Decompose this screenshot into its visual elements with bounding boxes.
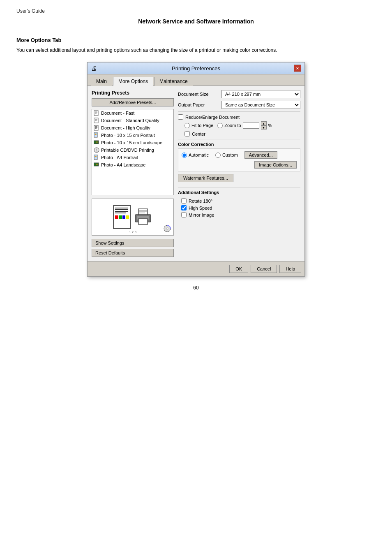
list-item[interactable]: Photo - A4 Portrait xyxy=(92,154,173,161)
list-item[interactable]: Photo - 10 x 15 cm Portrait xyxy=(92,132,173,139)
reduce-enlarge-checkbox[interactable] xyxy=(178,114,183,120)
preview-area: 1 2 3 xyxy=(92,199,174,236)
reset-defaults-button[interactable]: Reset Defaults xyxy=(92,249,174,257)
svg-rect-34 xyxy=(138,219,148,224)
center-label: Center xyxy=(192,132,205,136)
dialog-titlebar: 🖨 Printing Preferences × xyxy=(88,62,304,74)
watermark-button[interactable]: Watermark Features... xyxy=(178,174,233,182)
tab-main[interactable]: Main xyxy=(91,77,112,86)
image-options-row: Image Options... xyxy=(182,161,297,169)
center-row: Center xyxy=(184,131,300,136)
mirror-image-row: Mirror Image xyxy=(181,212,297,217)
list-item[interactable]: Photo - A4 Landscape xyxy=(92,161,173,169)
svg-point-20 xyxy=(96,150,97,151)
divider-3 xyxy=(178,187,300,187)
additional-settings-label: Additional Settings xyxy=(178,190,300,195)
mirror-image-label: Mirror Image xyxy=(189,213,214,217)
doc-standard-icon xyxy=(94,118,99,123)
rotate-180-checkbox[interactable] xyxy=(181,198,187,204)
dialog-title: Printing Preferences xyxy=(98,65,294,72)
output-paper-select[interactable]: Same as Document Size xyxy=(221,101,300,109)
rotate-180-row: Rotate 180° xyxy=(181,198,297,204)
list-item[interactable]: Document - Standard Quality xyxy=(92,117,173,124)
automatic-radio-row: Automatic xyxy=(182,153,209,158)
photo-a4-portrait-icon xyxy=(94,155,99,160)
mirror-image-checkbox[interactable] xyxy=(181,212,187,217)
center-checkbox[interactable] xyxy=(184,131,190,136)
divider-2 xyxy=(178,139,300,139)
fit-to-page-radio[interactable] xyxy=(184,123,190,128)
zoom-to-row: Zoom to ▲ ▼ % xyxy=(217,121,272,130)
zoom-spinner: ▲ ▼ xyxy=(261,121,267,130)
fit-zoom-radio-group: Fit to Page Zoom to ▲ ▼ % xyxy=(184,121,300,130)
watermark-row: Watermark Features... xyxy=(178,174,300,185)
cd-dvd-icon xyxy=(94,147,99,153)
page-title: Network Service and Software Information xyxy=(16,18,376,25)
rotate-180-label: Rotate 180° xyxy=(189,199,212,204)
help-button[interactable]: Help xyxy=(279,265,301,273)
list-item[interactable]: Photo - 10 x 15 cm Landscape xyxy=(92,139,173,146)
color-correction-group: Automatic Custom Advanced... Image Optio… xyxy=(178,148,300,171)
advanced-button[interactable]: Advanced... xyxy=(244,151,277,159)
list-item[interactable]: Printable CD/DVD Printing xyxy=(92,146,173,154)
reduce-enlarge-label: Reduce/Enlarge Document xyxy=(185,115,240,120)
image-options-button[interactable]: Image Options... xyxy=(254,161,297,169)
svg-point-24 xyxy=(95,156,97,157)
color-blue xyxy=(122,215,126,219)
printing-preferences-dialog: 🖨 Printing Preferences × Main More Optio… xyxy=(87,62,305,277)
reduce-enlarge-row: Reduce/Enlarge Document xyxy=(178,114,300,120)
preview-printer xyxy=(134,208,152,226)
preview-line xyxy=(115,208,128,208)
custom-radio-row: Custom xyxy=(215,153,238,158)
zoom-up-button[interactable]: ▲ xyxy=(261,121,267,125)
document-size-select[interactable]: A4 210 x 297 mm xyxy=(221,90,300,98)
document-size-label: Document Size xyxy=(178,92,219,97)
doc-hq-icon xyxy=(94,125,99,131)
output-paper-label: Output Paper xyxy=(178,102,219,107)
left-bottom-buttons: Show Settings Reset Defaults xyxy=(92,239,174,257)
left-panel: Printing Presets Add/Remove Presets... D… xyxy=(92,90,174,257)
add-remove-presets-button[interactable]: Add/Remove Presets... xyxy=(92,98,174,106)
high-speed-checkbox[interactable] xyxy=(181,205,187,210)
svg-rect-26 xyxy=(94,163,98,166)
printer-icon: 🖨 xyxy=(91,65,97,72)
automatic-label: Automatic xyxy=(189,153,209,157)
cancel-button[interactable]: Cancel xyxy=(251,265,277,273)
svg-rect-4 xyxy=(94,118,98,123)
preview-document xyxy=(113,205,131,229)
preview-colors xyxy=(115,215,129,219)
color-green xyxy=(119,215,122,219)
fit-to-page-row: Fit to Page xyxy=(184,123,213,128)
photo-landscape-icon xyxy=(94,140,99,146)
color-correction-label: Color Correction xyxy=(178,142,300,147)
color-red xyxy=(115,215,118,219)
zoom-value-input[interactable] xyxy=(243,122,259,129)
svg-rect-0 xyxy=(94,111,98,116)
svg-point-15 xyxy=(95,134,97,135)
fit-zoom-group: Fit to Page Zoom to ▲ ▼ % xyxy=(178,121,300,136)
svg-point-18 xyxy=(97,141,98,143)
high-speed-label: High Speed xyxy=(189,206,212,210)
fit-to-page-label: Fit to Page xyxy=(191,123,213,128)
tab-maintenance[interactable]: Maintenance xyxy=(154,77,193,86)
list-item[interactable]: Document - High Quality xyxy=(92,124,173,132)
ok-button[interactable]: OK xyxy=(229,265,248,273)
printer-preview-icon xyxy=(134,208,152,226)
custom-radio[interactable] xyxy=(215,153,221,158)
list-item[interactable]: Document - Fast xyxy=(92,109,173,117)
output-paper-row: Output Paper Same as Document Size xyxy=(178,101,300,109)
photo-a4-landscape-icon xyxy=(94,162,99,168)
users-guide-label: User's Guide xyxy=(16,8,376,14)
color-correction-options: Automatic Custom Advanced... xyxy=(182,151,297,159)
automatic-radio[interactable] xyxy=(182,153,187,158)
close-button[interactable]: × xyxy=(294,65,301,72)
preview-line xyxy=(115,213,126,213)
show-settings-button[interactable]: Show Settings xyxy=(92,239,174,247)
presets-list[interactable]: Document - Fast Document - Standard Qual… xyxy=(92,109,174,195)
zoom-unit: % xyxy=(268,123,272,128)
zoom-to-radio[interactable] xyxy=(217,123,223,128)
zoom-down-button[interactable]: ▼ xyxy=(261,125,267,130)
document-size-row: Document Size A4 210 x 297 mm xyxy=(178,90,300,98)
tab-more-options[interactable]: More Options xyxy=(113,77,153,86)
right-panel: Document Size A4 210 x 297 mm Output Pap… xyxy=(178,90,300,257)
